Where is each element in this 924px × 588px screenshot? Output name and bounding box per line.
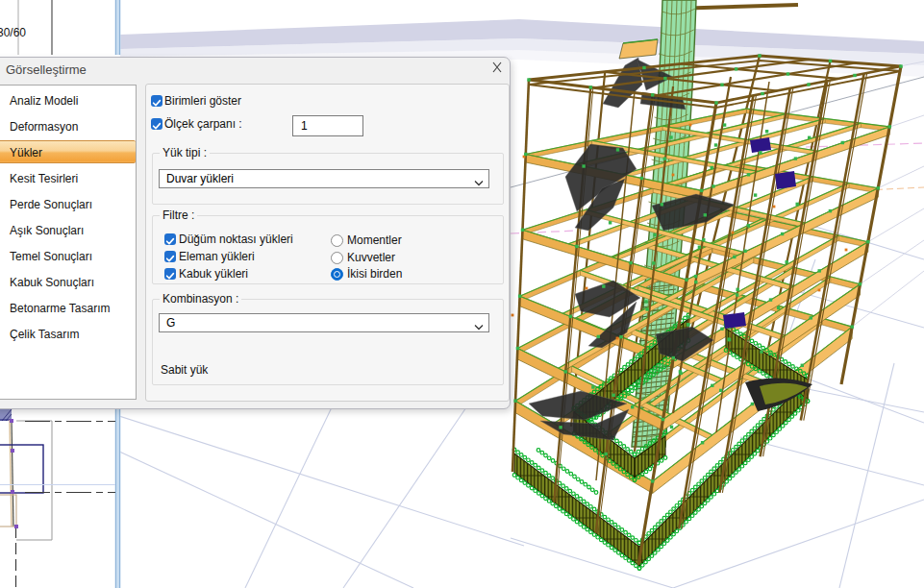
svg-text:30/60: 30/60	[0, 26, 26, 39]
